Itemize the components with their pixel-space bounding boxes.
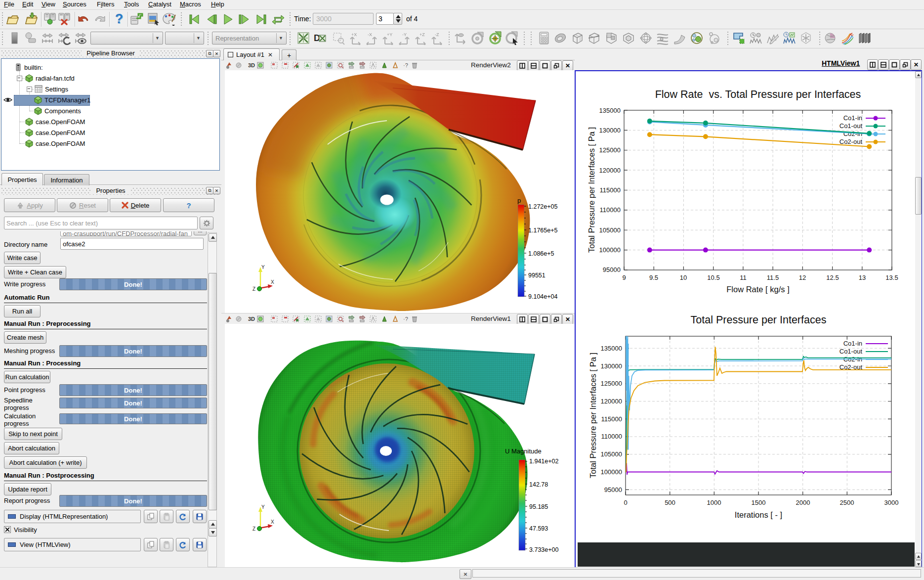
svg-text:3000: 3000 [884,499,899,506]
svg-text:47.593: 47.593 [529,525,548,532]
svg-text:95000: 95000 [603,266,621,273]
svg-text:115000: 115000 [601,415,622,423]
svg-text:+X: +X [351,32,357,37]
svg-text:Co1-out: Co1-out [840,348,863,355]
svg-text:Total Pressure per Interfaces: Total Pressure per Interfaces [691,314,827,326]
svg-text:125000: 125000 [599,146,621,154]
svg-text:9: 9 [622,274,626,281]
svg-text:135000: 135000 [599,107,621,114]
svg-text:10: 10 [680,274,687,281]
svg-text:·?: ·? [403,62,408,68]
svg-text:X: X [271,519,274,525]
svg-text:Iterations [ - ]: Iterations [ - ] [735,510,782,519]
svg-text:9.5: 9.5 [649,274,658,281]
svg-text:125000: 125000 [601,380,622,387]
svg-text:105000: 105000 [601,450,622,458]
svg-text:1.941e+02: 1.941e+02 [529,458,558,465]
svg-text:13: 13 [859,274,866,281]
svg-text:Z: Z [252,526,255,532]
svg-text:110000: 110000 [601,433,622,440]
svg-text:1000: 1000 [707,499,721,506]
svg-text:Co2-out: Co2-out [840,138,863,145]
svg-text:+Z: +Z [420,32,425,37]
svg-text:X: X [271,279,274,285]
svg-text:+Y: +Y [387,32,392,37]
svg-text:95.185: 95.185 [529,503,548,510]
svg-text:Co1-in: Co1-in [843,340,862,347]
svg-text:Flow Rate [ kg/s ]: Flow Rate [ kg/s ] [726,285,789,294]
svg-text:Y: Y [261,504,265,510]
svg-text:95000: 95000 [604,486,622,493]
svg-text:11.5: 11.5 [767,274,779,281]
svg-text:Flow Rate vs. Total Pressure: Flow Rate vs. Total Pressure per Interfa… [655,89,861,100]
svg-text:1500: 1500 [752,499,766,506]
svg-text:142.78: 142.78 [529,481,548,488]
svg-text:100000: 100000 [599,246,621,254]
svg-text:12.5: 12.5 [826,274,839,281]
svg-text:99551: 99551 [528,272,546,279]
svg-text:110000: 110000 [600,206,621,214]
svg-text:130000: 130000 [599,127,621,134]
svg-text:3.733e+00: 3.733e+00 [529,546,558,553]
svg-text:p: p [517,197,521,204]
svg-text:2000: 2000 [796,499,810,506]
svg-text:120000: 120000 [599,167,621,174]
svg-text:12: 12 [799,274,806,281]
svg-text:Total Pressure per Interfaces: Total Pressure per Interfaces [ Pa ] [587,127,596,253]
svg-text:130000: 130000 [601,362,622,370]
svg-text:Y: Y [261,265,265,270]
svg-text:U Magnitude: U Magnitude [505,447,542,455]
svg-text:100000: 100000 [601,468,622,476]
svg-text:500: 500 [665,499,675,506]
svg-text:9.104e+04: 9.104e+04 [528,293,557,300]
svg-text:10.5: 10.5 [707,274,719,281]
svg-text:3D: 3D [248,62,255,68]
svg-text:-X: -X [368,32,372,37]
svg-text:2500: 2500 [840,499,854,506]
svg-text:Total Pressure per Interfaces: Total Pressure per Interfaces [ Pa ] [588,353,597,478]
svg-text:135000: 135000 [601,345,622,352]
svg-text:120000: 120000 [601,398,622,405]
svg-text:1.086e+5: 1.086e+5 [528,250,554,257]
svg-text:11: 11 [740,274,747,281]
svg-text:-Z: -Z [435,32,439,37]
svg-text:-Y: -Y [402,32,407,37]
svg-text:·?: ·? [403,316,408,322]
svg-text:Co1-in: Co1-in [843,114,862,122]
svg-text:0: 0 [624,499,627,506]
svg-text:Co1-out: Co1-out [840,122,863,130]
svg-text:115000: 115000 [600,186,621,194]
svg-text:13.5: 13.5 [885,274,898,281]
svg-text:Z: Z [252,286,255,292]
svg-text:105000: 105000 [599,226,621,234]
svg-text:3D: 3D [248,316,255,322]
svg-text:1.272e+05: 1.272e+05 [528,203,557,210]
svg-text:1.1765e+5: 1.1765e+5 [528,227,557,234]
